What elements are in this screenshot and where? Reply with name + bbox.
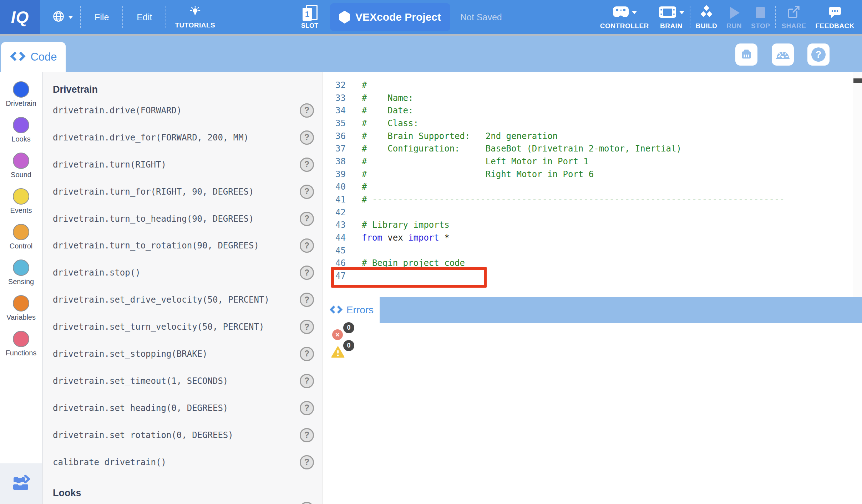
code-angle-brackets-icon: [10, 51, 26, 63]
code-line: 44from vex import *: [323, 231, 853, 244]
build-button[interactable]: BUILD: [691, 0, 722, 34]
command-item[interactable]: drivetrain.set_rotation(0, DEGREES)?: [43, 422, 323, 449]
code-line: 33# Name:: [323, 92, 853, 104]
help-button[interactable]: ?: [807, 43, 830, 66]
drivetrain-category-icon: [13, 81, 29, 98]
stop-label: STOP: [751, 22, 770, 30]
tutorials-button[interactable]: TUTORIALS: [167, 0, 223, 34]
build-label: BUILD: [696, 22, 718, 30]
sidebar-item-variables[interactable]: Variables: [0, 294, 42, 330]
divider: [775, 6, 776, 28]
slot-button[interactable]: 1 SLOT: [298, 0, 322, 34]
command-text: drivetrain.turn(RIGHT): [53, 160, 166, 170]
code-line: 40#: [323, 181, 853, 194]
command-item[interactable]: drivetrain.turn_to_rotation(90, DEGREES)…: [43, 232, 323, 259]
share-label: SHARE: [781, 22, 806, 30]
help-question-button[interactable]: ?: [300, 320, 314, 334]
menu-edit[interactable]: Edit: [124, 0, 165, 34]
controller-button[interactable]: CONTROLLER: [595, 0, 654, 34]
help-question-button[interactable]: ?: [300, 428, 314, 442]
help-question-button[interactable]: ?: [300, 103, 314, 118]
line-number: 43: [335, 220, 352, 230]
editor-scrollbar[interactable]: [853, 72, 862, 297]
command-text: drivetrain.turn_for(RIGHT, 90, DEGREES): [53, 187, 254, 197]
command-item[interactable]: drivetrain.turn_for(RIGHT, 90, DEGREES)?: [43, 178, 323, 205]
help-question-button[interactable]: ?: [300, 266, 314, 280]
help-question-button[interactable]: ?: [300, 130, 314, 145]
command-item[interactable]: drivetrain.set_drive_velocity(50, PERCEN…: [43, 286, 323, 313]
lightbulb-icon: [189, 5, 201, 20]
line-number: 44: [335, 233, 352, 243]
help-question-button[interactable]: ?: [300, 212, 314, 226]
device-info-button[interactable]: [735, 43, 757, 66]
run-button[interactable]: RUN: [722, 0, 746, 34]
project-name-button[interactable]: VEXcode Project: [330, 3, 450, 31]
command-text: drivetrain.set_rotation(0, DEGREES): [53, 430, 233, 440]
code-line: 41# ------------------------------------…: [323, 193, 853, 206]
warning-icon: [331, 346, 345, 358]
dashboard-button[interactable]: [772, 43, 794, 66]
sidebar-item-drivetrain[interactable]: Drivetrain: [0, 80, 42, 116]
main-content: DrivetrainLooksSoundEventsControlSensing…: [0, 72, 862, 504]
share-button[interactable]: SHARE: [777, 0, 811, 34]
code-line: 38# Left Motor in Port 1: [323, 155, 853, 168]
category-label: Sound: [11, 171, 31, 179]
errors-angle-brackets-icon: [329, 305, 343, 315]
command-text: drivetrain.stop(): [53, 268, 141, 278]
brain-label: BRAIN: [660, 22, 683, 30]
feedback-button[interactable]: FEEDBACK: [811, 0, 859, 34]
error-icon: ✕: [332, 329, 343, 340]
command-item[interactable]: drivetrain.drive_for(FORWARD, 200, MM)?: [43, 124, 323, 151]
scrollbar-thumb[interactable]: [853, 78, 862, 83]
language-menu[interactable]: [46, 0, 80, 34]
tab-code[interactable]: Code: [1, 42, 66, 72]
divider: [80, 6, 81, 28]
events-category-icon: [13, 188, 29, 205]
command-item[interactable]: drivetrain.turn(RIGHT)?: [43, 151, 323, 178]
sidebar-item-sound[interactable]: Sound: [0, 151, 42, 187]
help-question-button[interactable]: ?: [300, 158, 314, 172]
code-editor[interactable]: 32#33# Name:34# Date:35# Class:36# Brain…: [323, 72, 853, 297]
help-question-button[interactable]: ?: [300, 347, 314, 361]
line-number: 42: [335, 207, 352, 217]
command-text: drivetrain.set_turn_velocity(50, PERCENT…: [53, 322, 264, 332]
command-text: drivetrain.set_drive_velocity(50, PERCEN…: [53, 295, 269, 305]
sidebar-item-control[interactable]: Control: [0, 223, 42, 258]
port-device-icon: [739, 47, 754, 62]
error-count-badge: 0: [343, 322, 354, 333]
code-editor-panel: 32#33# Name:34# Date:35# Class:36# Brain…: [323, 72, 862, 504]
help-question-button[interactable]: ?: [300, 293, 314, 307]
tab-errors[interactable]: Errors: [323, 297, 380, 323]
run-label: RUN: [726, 22, 742, 30]
menu-file[interactable]: File: [82, 0, 122, 34]
help-question-button[interactable]: ?: [300, 185, 314, 199]
line-number: 41: [335, 195, 352, 205]
line-number: 46: [335, 258, 352, 268]
sidebar-item-functions[interactable]: Functions: [0, 330, 42, 365]
highlight-box: [331, 267, 487, 288]
question-mark-icon: ?: [811, 47, 826, 62]
command-item[interactable]: drivetrain.set_stopping(BRAKE)?: [43, 340, 323, 367]
brain-button[interactable]: BRAIN: [654, 0, 689, 34]
command-item[interactable]: calibrate_drivetrain()?: [43, 449, 323, 476]
help-question-button[interactable]: ?: [300, 238, 314, 253]
sidebar-item-sensing[interactable]: Sensing: [0, 258, 42, 294]
command-item[interactable]: drivetrain.set_timeout(1, SECONDS)?: [43, 367, 323, 395]
command-item[interactable]: drivetrain.drive(FORWARD)?: [43, 97, 323, 124]
command-item[interactable]: drivetrain.set_heading(0, DEGREES)?: [43, 395, 323, 422]
slot-icon: 1: [303, 5, 317, 21]
command-item[interactable]: drivetrain.turn_to_heading(90, DEGREES)?: [43, 205, 323, 232]
blocks-text-toggle[interactable]: [0, 463, 42, 504]
help-question-button[interactable]: [300, 502, 314, 504]
sidebar-item-looks[interactable]: Looks: [0, 116, 42, 151]
help-question-button[interactable]: ?: [300, 374, 314, 388]
category-label: Functions: [6, 349, 37, 357]
stop-button[interactable]: STOP: [746, 0, 775, 34]
command-item[interactable]: drivetrain.stop()?: [43, 259, 323, 286]
sidebar-item-events[interactable]: Events: [0, 187, 42, 223]
help-question-button[interactable]: ?: [300, 455, 314, 469]
command-item[interactable]: drivetrain.set_turn_velocity(50, PERCENT…: [43, 313, 323, 340]
help-question-button[interactable]: ?: [300, 401, 314, 415]
command-text: drivetrain.set_timeout(1, SECONDS): [53, 376, 228, 386]
category-label: Variables: [6, 313, 36, 322]
